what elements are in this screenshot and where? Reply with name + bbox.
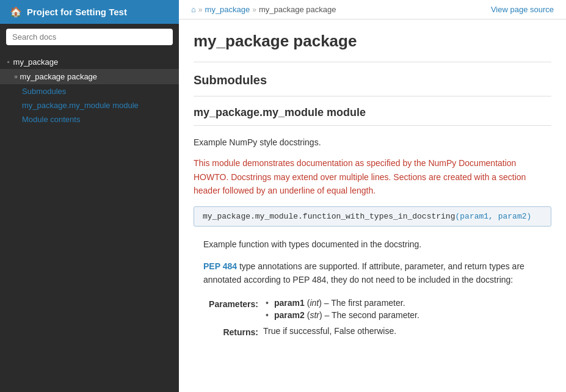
breadcrumb-sep-2: » bbox=[252, 5, 256, 14]
submodules-divider bbox=[194, 96, 551, 96]
returns-value: True if successful, False otherwise. bbox=[263, 326, 551, 337]
nav-item-my-module[interactable]: my_package.my_module module bbox=[0, 98, 179, 112]
nav-item-submodules[interactable]: Submodules bbox=[0, 84, 179, 98]
function-params: (param1, param2) bbox=[455, 212, 531, 221]
param1-name: param1 bbox=[274, 298, 305, 308]
param2-type: str bbox=[310, 310, 319, 320]
module-intro: Example NumPy style docstrings. bbox=[194, 136, 551, 149]
sidebar-header: 🏠 Project for Setting Test bbox=[0, 0, 179, 24]
fn-desc: Example function with types documented i… bbox=[194, 235, 551, 257]
param2-name: param2 bbox=[274, 310, 305, 320]
nav-subgroup-label-text: my_package package bbox=[20, 72, 97, 81]
module-desc: This module demonstrates documentation a… bbox=[194, 156, 551, 197]
param2-desc: – The second parameter. bbox=[325, 310, 419, 320]
breadcrumb-sep-1: » bbox=[198, 5, 203, 14]
nav-group-label-text: my_package bbox=[13, 57, 59, 67]
toggle-icon: ▫ bbox=[7, 59, 10, 65]
home-icon[interactable]: 🏠 bbox=[10, 6, 22, 18]
param-row-1: param1 (int) – The first parameter. bbox=[263, 298, 551, 308]
nav-tree: ▫ my_package ▫ my_package package Submod… bbox=[0, 50, 179, 392]
pep-text: type annotations are supported. If attri… bbox=[203, 261, 524, 285]
breadcrumb-current: my_package package bbox=[259, 5, 336, 14]
function-signature: my_package.my_module.function_with_types… bbox=[194, 206, 551, 227]
main-content: ⌂ » my_package » my_package package View… bbox=[179, 0, 566, 392]
breadcrumb-bar: ⌂ » my_package » my_package package View… bbox=[179, 0, 566, 20]
module-heading: my_package.my_module module bbox=[194, 106, 551, 119]
params-values: param1 (int) – The first parameter. para… bbox=[263, 298, 551, 322]
param-row-2: param2 (str) – The second parameter. bbox=[263, 310, 551, 320]
breadcrumb-home[interactable]: ⌂ bbox=[191, 5, 196, 14]
nav-link-submodules[interactable]: Submodules bbox=[22, 87, 66, 96]
param1-type: int bbox=[310, 298, 319, 308]
view-page-source-link[interactable]: View page source bbox=[491, 5, 554, 14]
nav-link-module-contents[interactable]: Module contents bbox=[22, 115, 80, 124]
sidebar-title: Project for Setting Test bbox=[27, 7, 127, 17]
nav-link-my-module[interactable]: my_package.my_module module bbox=[22, 101, 139, 110]
submodules-heading: Submodules bbox=[194, 73, 551, 87]
nav-item-my-package[interactable]: ▫ my_package bbox=[0, 55, 179, 69]
page-title: my_package package bbox=[194, 32, 551, 51]
search-input[interactable] bbox=[6, 29, 173, 45]
content-area: my_package package Submodules my_package… bbox=[179, 20, 566, 360]
params-label: Parameters: bbox=[203, 298, 258, 322]
pep-description: PEP 484 type annotations are supported. … bbox=[194, 257, 551, 293]
returns-label: Returns: bbox=[203, 326, 258, 337]
sidebar: 🏠 Project for Setting Test ▫ my_package … bbox=[0, 0, 179, 392]
breadcrumb-my-package[interactable]: my_package bbox=[205, 5, 250, 14]
params-table: Parameters: param1 (int) – The first par… bbox=[203, 298, 551, 337]
title-divider bbox=[194, 62, 551, 62]
param1-desc: – The first parameter. bbox=[324, 298, 405, 308]
module-divider bbox=[194, 125, 551, 126]
pep-link[interactable]: PEP 484 bbox=[203, 261, 237, 271]
search-area bbox=[0, 24, 179, 50]
sub-toggle-icon: ▫ bbox=[15, 72, 18, 81]
nav-subgroup-my-package-package[interactable]: ▫ my_package package bbox=[0, 69, 179, 84]
nav-item-module-contents[interactable]: Module contents bbox=[0, 112, 179, 126]
function-name: my_package.my_module.function_with_types… bbox=[203, 212, 455, 221]
